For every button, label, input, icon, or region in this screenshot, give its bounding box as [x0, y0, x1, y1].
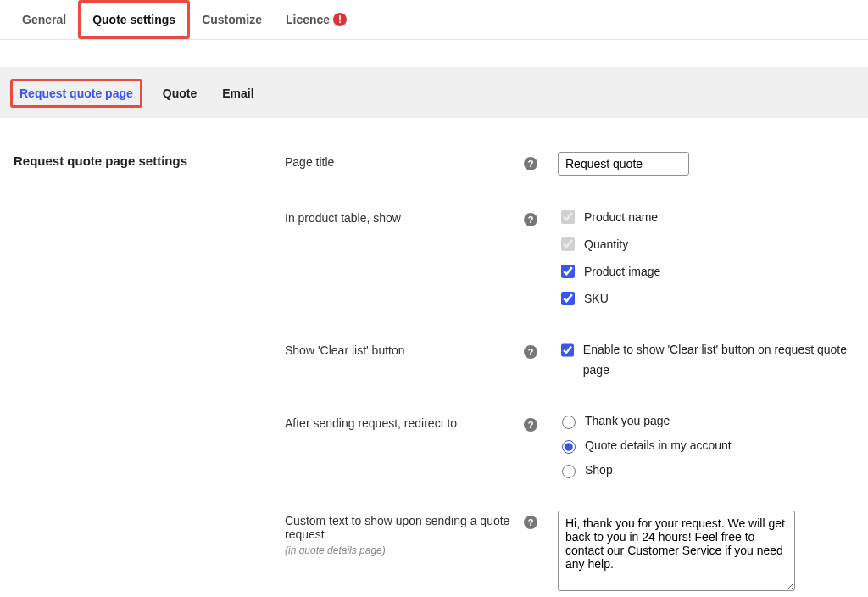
help-icon[interactable]: ?: [524, 345, 537, 359]
sub-tabs: Request quote page Quote Email: [0, 67, 868, 118]
radio-label-shop: Shop: [585, 463, 613, 477]
row-redirect: After sending request, redirect to ? Tha…: [285, 413, 854, 478]
checkbox-label-sku: SKU: [584, 292, 609, 305]
subtab-quote[interactable]: Quote: [158, 83, 202, 103]
checkbox-product-image[interactable]: [561, 265, 575, 278]
checkbox-quantity[interactable]: [561, 237, 575, 251]
tab-licence[interactable]: Licence !: [274, 3, 359, 36]
label-custom-text: Custom text to show upon sending a quote…: [285, 514, 509, 541]
checkbox-label-quantity: Quantity: [584, 237, 628, 251]
radio-label-quote-details: Quote details in my account: [585, 438, 732, 452]
radio-label-thank-you: Thank you page: [585, 414, 670, 427]
form-area: Page title ? In product table, show ? Pr…: [285, 152, 854, 597]
checkbox-clear-list[interactable]: [561, 343, 574, 357]
help-icon[interactable]: ?: [524, 418, 537, 432]
label-product-table: In product table, show: [285, 211, 401, 225]
subtab-email[interactable]: Email: [217, 83, 259, 103]
settings-content: Request quote page settings Page title ?…: [0, 118, 868, 597]
row-clear-list: Show 'Clear list' button ? Enable to sho…: [285, 340, 854, 381]
help-icon[interactable]: ?: [524, 516, 537, 529]
help-icon[interactable]: ?: [524, 213, 537, 226]
checkbox-label-clear-list: Enable to show 'Clear list' button on re…: [583, 340, 854, 381]
tab-general[interactable]: General: [10, 3, 78, 36]
label-redirect: After sending request, redirect to: [285, 416, 457, 430]
tab-customize[interactable]: Customize: [190, 3, 274, 36]
row-product-table: In product table, show ? Product name Qu…: [285, 208, 854, 308]
radio-quote-details[interactable]: [562, 440, 576, 454]
checkbox-label-product-name: Product name: [584, 210, 658, 224]
subtab-request-quote-page[interactable]: Request quote page: [10, 79, 142, 108]
radio-shop[interactable]: [562, 465, 576, 478]
tab-licence-label: Licence: [286, 13, 330, 26]
row-page-title: Page title ?: [285, 152, 854, 176]
checkbox-sku[interactable]: [561, 292, 575, 305]
page-title-input[interactable]: [558, 152, 689, 176]
section-title: Request quote page settings: [14, 152, 259, 597]
custom-text-textarea[interactable]: [558, 511, 795, 591]
checkbox-product-name[interactable]: [561, 210, 575, 224]
top-tabs: General Quote settings Customize Licence…: [0, 0, 868, 40]
label-page-title: Page title: [285, 155, 334, 169]
alert-icon: !: [333, 13, 347, 26]
help-icon[interactable]: ?: [524, 157, 537, 170]
label-clear-list: Show 'Clear list' button: [285, 343, 405, 357]
radio-thank-you[interactable]: [562, 416, 576, 429]
tab-quote-settings[interactable]: Quote settings: [78, 0, 190, 39]
row-custom-text: Custom text to show upon sending a quote…: [285, 511, 854, 594]
note-custom-text: (in quote details page): [285, 544, 524, 556]
checkbox-label-product-image: Product image: [584, 265, 660, 278]
